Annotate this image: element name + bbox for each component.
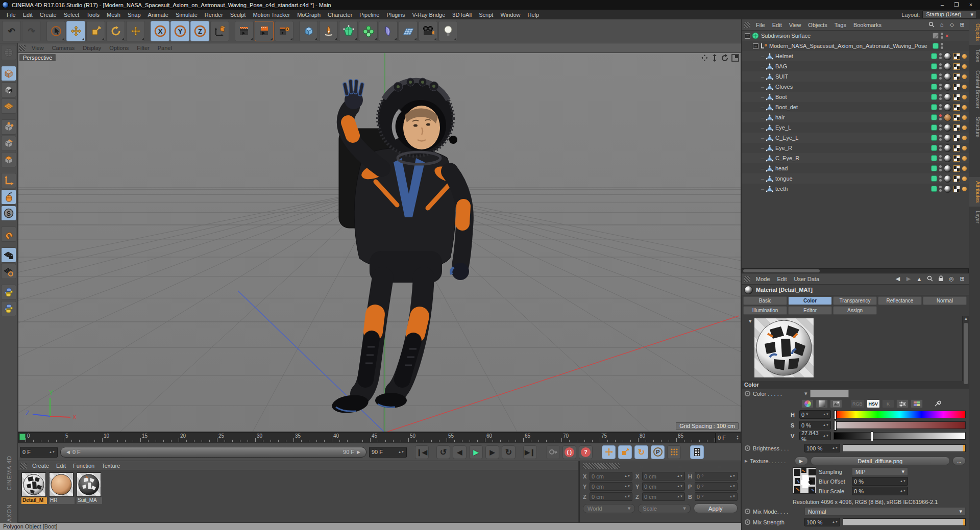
tab-reflectance[interactable]: Reflectance [878, 296, 922, 305]
coordinate-system-dropdown[interactable]: World▾ [583, 504, 635, 513]
material-tag-icon[interactable] [944, 165, 951, 172]
minimize-button[interactable]: – [935, 2, 949, 8]
visibility-dots[interactable] [939, 135, 942, 141]
render-picture-viewer-button[interactable] [255, 21, 274, 41]
menu-item-edit[interactable]: Edit [19, 11, 36, 18]
menu-item-pipeline[interactable]: Pipeline [356, 11, 383, 18]
model-mode-button[interactable] [1, 66, 16, 81]
phong-tag-icon[interactable] [962, 64, 967, 69]
menu-item-mode[interactable]: Mode [752, 275, 774, 283]
eyedropper-icon[interactable] [934, 400, 941, 408]
menu-item-cameras[interactable]: Cameras [48, 45, 79, 51]
material-thumbnail[interactable] [49, 472, 74, 497]
menu-item-sculpt[interactable]: Sculpt [227, 11, 250, 18]
material-tag-icon[interactable] [944, 93, 951, 101]
side-tab-attributes[interactable]: Attributes [969, 177, 980, 207]
hue-handle[interactable] [834, 410, 837, 420]
visibility-dots[interactable] [939, 124, 942, 131]
move-tool-button[interactable] [66, 21, 85, 41]
new-panel-icon[interactable]: ⊞ [958, 275, 966, 282]
phong-tag-icon[interactable] [962, 187, 967, 191]
menu-item-panel[interactable]: Panel [154, 45, 176, 51]
layout-dropdown[interactable]: Startup (User)▾ [922, 10, 977, 19]
mix-mode-dropdown[interactable]: Normal▾ [804, 507, 966, 516]
phong-tag-icon[interactable] [962, 95, 967, 99]
material-item[interactable]: HR [49, 472, 75, 504]
material-tag-icon[interactable] [944, 104, 951, 111]
y-axis-lock-button[interactable]: Y [170, 21, 189, 41]
enabled-toggle[interactable] [931, 104, 937, 110]
value-handle[interactable] [871, 432, 873, 441]
add-panel-icon[interactable]: ⊞ [958, 21, 966, 29]
menu-item-render[interactable]: Render [201, 11, 227, 18]
menu-item-v-ray-bridge[interactable]: V-Ray Bridge [409, 11, 449, 18]
material-tag-icon[interactable] [944, 83, 951, 91]
mix-mode-radio-icon[interactable] [745, 509, 750, 514]
uvw-tag-icon[interactable] [953, 145, 960, 152]
menu-item-character[interactable]: Character [324, 11, 356, 18]
visibility-dots[interactable] [939, 104, 942, 110]
current-frame-field[interactable]: 0 F▲▼ [20, 447, 58, 458]
saturation-slider[interactable] [834, 421, 966, 429]
perspective-viewport[interactable]: Y X Z Perspective Grid Spacing : 100 cm [18, 53, 741, 432]
object-tree-row[interactable]: –SUIT [742, 71, 969, 82]
uvw-tag-icon[interactable] [953, 186, 960, 192]
corner-frame-field[interactable]: 0 F▲▼ [716, 432, 741, 443]
object-tree-hscrollbar[interactable] [742, 268, 969, 273]
side-tab-layer[interactable]: Layer [969, 207, 980, 228]
target-icon[interactable]: ◎ [947, 275, 955, 282]
tab-normal[interactable]: Normal [923, 296, 967, 305]
phong-tag-icon[interactable] [962, 156, 967, 161]
last-tool-button[interactable] [126, 21, 145, 41]
menu-item-create[interactable]: Create [29, 462, 53, 469]
hue-slider[interactable] [834, 411, 966, 418]
position-field[interactable]: 0 cm▲▼ [590, 482, 632, 491]
rotation-field[interactable]: 0 °▲▼ [695, 492, 738, 501]
mix-strength-radio-icon[interactable] [745, 519, 750, 525]
side-tab-takes[interactable]: Takes [969, 45, 980, 66]
menu-item-edit[interactable]: Edit [769, 21, 786, 29]
visibility-dots[interactable] [941, 43, 943, 49]
object-tree-row[interactable]: –tongue [742, 173, 969, 184]
menu-item-help[interactable]: Help [524, 11, 543, 18]
polygons-mode-button[interactable] [1, 152, 16, 167]
phong-tag-icon[interactable] [962, 74, 967, 79]
spinner-icon[interactable]: ▲▼ [736, 435, 739, 440]
rotation-field[interactable]: 0 °▲▼ [695, 482, 738, 491]
sampling-dropdown[interactable]: MIP▾ [852, 467, 908, 476]
expand-toggle-icon[interactable]: − [745, 33, 750, 39]
position-field[interactable]: 0 cm▲▼ [590, 492, 632, 501]
lock-icon[interactable] [937, 275, 945, 283]
uvw-tag-icon[interactable] [953, 114, 960, 121]
coordinate-system-button[interactable] [210, 21, 229, 41]
menu-item-edit[interactable]: Edit [774, 275, 791, 283]
tab-editor[interactable]: Editor [788, 306, 832, 315]
texture-mode-button[interactable] [1, 82, 16, 97]
uvw-tag-icon[interactable] [953, 165, 960, 172]
enabled-toggle[interactable] [931, 175, 937, 182]
enabled-toggle[interactable] [931, 155, 937, 161]
search-icon[interactable] [927, 21, 936, 29]
mix-strength-field[interactable]: 100 %▲▼ [804, 518, 840, 526]
zoom-view-icon[interactable] [710, 54, 719, 61]
enabled-toggle[interactable] [931, 84, 937, 90]
menu-item-animate[interactable]: Animate [144, 11, 172, 18]
blur-scale-field[interactable]: 0 %▲▼ [852, 487, 908, 495]
menu-item-snap[interactable]: Snap [124, 11, 144, 18]
menu-item-simulate[interactable]: Simulate [172, 11, 201, 18]
visibility-dots[interactable] [939, 186, 942, 192]
menu-item-tags[interactable]: Tags [831, 21, 850, 29]
phong-tag-icon[interactable] [962, 115, 967, 120]
side-tab-structure[interactable]: Structure [969, 113, 980, 142]
tab-assign[interactable]: Assign [833, 306, 877, 315]
enabled-toggle[interactable] [931, 165, 937, 171]
menu-item-script[interactable]: Script [475, 11, 497, 18]
texture-expand-button[interactable]: ▶ [795, 457, 808, 465]
uvw-tag-icon[interactable] [953, 53, 960, 60]
menu-item-function[interactable]: Function [69, 462, 98, 469]
enabled-toggle[interactable] [931, 63, 937, 69]
visibility-dots[interactable] [939, 165, 942, 171]
rotation-field[interactable]: 0 °▲▼ [695, 472, 738, 481]
saturation-field[interactable]: 0 %▲▼ [799, 421, 831, 430]
workplane-orientation-button[interactable] [1, 264, 16, 279]
